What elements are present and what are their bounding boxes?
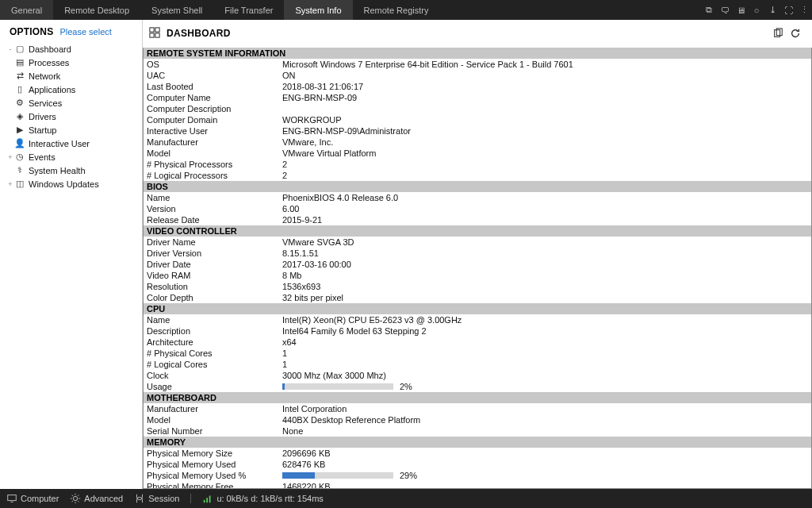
section-header: BIOS xyxy=(144,181,811,192)
monitor-toggle-icon[interactable]: ⧉ xyxy=(701,0,717,20)
download-icon[interactable]: ⤓ xyxy=(764,0,780,20)
tree-expand-icon[interactable]: - xyxy=(6,45,14,53)
info-row: NamePhoenixBIOS 4.0 Release 6.0 xyxy=(144,192,811,203)
applications-icon: ▯ xyxy=(14,84,25,94)
info-key: Computer Description xyxy=(144,103,282,114)
circle-icon[interactable]: ○ xyxy=(749,0,764,20)
tab-system-info[interactable]: System Info xyxy=(284,0,352,20)
info-value: 440BX Desktop Reference Platform xyxy=(282,414,811,425)
info-key: Driver Date xyxy=(144,259,282,270)
refresh-icon[interactable] xyxy=(788,26,802,40)
info-key: Release Date xyxy=(144,214,282,225)
info-row: Driver NameVMware SVGA 3D xyxy=(144,237,811,248)
info-row: Physical Memory Free1468220 KB xyxy=(144,481,811,489)
section-header: MOTHERBOARD xyxy=(144,392,811,403)
info-key: Driver Name xyxy=(144,237,282,248)
info-key: Resolution xyxy=(144,281,282,292)
sidebar-item-label: Applications xyxy=(29,85,75,94)
info-key: # Logical Cores xyxy=(144,359,282,370)
info-row: # Logical Processors2 xyxy=(144,170,811,181)
info-row: # Physical Cores1 xyxy=(144,348,811,359)
info-value: Intel(R) Xeon(R) CPU E5-2623 v3 @ 3.00GH… xyxy=(282,314,811,325)
tab-system-shell[interactable]: System Shell xyxy=(140,0,213,20)
sidebar-hint[interactable]: Please select xyxy=(59,27,111,37)
info-value: 2 xyxy=(282,159,811,170)
info-row: Resolution1536x693 xyxy=(144,281,811,292)
info-value: 1 xyxy=(282,348,811,359)
info-key: Model xyxy=(144,414,282,425)
tree-expand-icon[interactable]: + xyxy=(6,153,14,161)
info-row: Version6.00 xyxy=(144,203,811,214)
info-value: 6.00 xyxy=(282,203,811,214)
info-key: Physical Memory Size xyxy=(144,448,282,459)
dashboard-icon: ▢ xyxy=(14,44,25,54)
info-row: DescriptionIntel64 Family 6 Model 63 Ste… xyxy=(144,325,811,337)
info-value: 2018-08-31 21:06:17 xyxy=(282,81,811,92)
info-row: Physical Memory Used628476 KB xyxy=(144,459,811,470)
tab-file-transfer[interactable]: File Transfer xyxy=(213,0,284,20)
info-value: ON xyxy=(282,70,811,81)
sidebar-item-applications[interactable]: ▯Applications xyxy=(6,83,142,96)
sidebar-item-label: Processes xyxy=(29,58,69,67)
usage-bar xyxy=(282,472,393,479)
info-value: x64 xyxy=(282,337,811,348)
sidebar-item-windows-updates[interactable]: +◫Windows Updates xyxy=(6,177,142,190)
info-value: 1 xyxy=(282,359,811,370)
sidebar-item-services[interactable]: ⚙Services xyxy=(6,96,142,110)
sidebar-item-startup[interactable]: ▶Startup xyxy=(6,123,142,137)
sidebar-item-network[interactable]: ⇄Network xyxy=(6,69,142,83)
sidebar-item-label: System Health xyxy=(29,166,86,175)
copy-icon[interactable] xyxy=(771,26,785,40)
tab-general[interactable]: General xyxy=(0,0,53,20)
info-key: Physical Memory Free xyxy=(144,481,282,489)
startup-icon: ▶ xyxy=(14,125,25,135)
info-row: UACON xyxy=(144,70,811,81)
status-session[interactable]: Session xyxy=(134,493,179,504)
sidebar-item-dashboard[interactable]: -▢Dashboard xyxy=(6,42,142,56)
sidebar-item-drivers[interactable]: ◈Drivers xyxy=(6,110,142,123)
options-tree: -▢Dashboard▤Processes⇄Network▯Applicatio… xyxy=(6,42,142,190)
fullscreen-icon[interactable]: ⛶ xyxy=(780,0,796,20)
status-computer[interactable]: Computer xyxy=(6,493,59,504)
section-header: CPU xyxy=(144,303,811,314)
tab-remote-desktop[interactable]: Remote Desktop xyxy=(53,0,140,20)
computer-icon[interactable]: 🖥 xyxy=(733,0,749,20)
sidebar-item-events[interactable]: +◷Events xyxy=(6,150,142,164)
status-network: u: 0kB/s d: 1kB/s rtt: 154ms xyxy=(202,493,324,504)
sidebar-item-interactive-user[interactable]: 👤Interactive User xyxy=(6,137,142,150)
sidebar-item-label: Services xyxy=(29,98,62,108)
sidebar-item-processes[interactable]: ▤Processes xyxy=(6,56,142,69)
options-sidebar: OPTIONS Please select -▢Dashboard▤Proces… xyxy=(0,20,143,489)
info-key: Manufacturer xyxy=(144,403,282,414)
info-row: Computer NameENG-BRN-MSP-09 xyxy=(144,92,811,103)
chat-icon[interactable]: 🗨 xyxy=(717,0,733,20)
dashboard-scroll[interactable]: REMOTE SYSTEM INFORMATIONOSMicrosoft Win… xyxy=(143,48,812,489)
status-advanced[interactable]: Advanced xyxy=(70,493,123,504)
info-row: Color Depth32 bits per pixel xyxy=(144,292,811,303)
windows-updates-icon: ◫ xyxy=(14,179,25,189)
info-value: Intel64 Family 6 Model 63 Stepping 2 xyxy=(282,325,811,337)
top-tab-bar: GeneralRemote DesktopSystem ShellFile Tr… xyxy=(0,0,812,20)
tree-expand-icon[interactable]: + xyxy=(6,180,14,188)
info-row: ManufacturerVMware, Inc. xyxy=(144,137,811,148)
info-value: VMware Virtual Platform xyxy=(282,148,811,159)
info-key: Architecture xyxy=(144,337,282,348)
svg-rect-0 xyxy=(150,28,154,32)
more-icon[interactable]: ⋮ xyxy=(796,0,812,20)
sidebar-item-system-health[interactable]: ⚕System Health xyxy=(6,164,142,177)
svg-rect-9 xyxy=(207,498,209,502)
info-value: 628476 KB xyxy=(282,459,811,470)
section-header: VIDEO CONTROLLER xyxy=(144,225,811,237)
info-key: # Logical Processors xyxy=(144,170,282,181)
tab-remote-registry[interactable]: Remote Registry xyxy=(353,0,440,20)
info-key: Serial Number xyxy=(144,425,282,437)
status-network-label: u: 0kB/s d: 1kB/s rtt: 154ms xyxy=(216,494,324,503)
info-row: Physical Memory Size2096696 KB xyxy=(144,448,811,459)
info-value: VMware, Inc. xyxy=(282,137,811,148)
info-value: 1536x693 xyxy=(282,281,811,292)
info-key: Version xyxy=(144,203,282,214)
info-key: OS xyxy=(144,59,282,70)
info-row: Last Booted2018-08-31 21:06:17 xyxy=(144,81,811,92)
info-value: 32 bits per pixel xyxy=(282,292,811,303)
svg-rect-3 xyxy=(155,33,159,37)
